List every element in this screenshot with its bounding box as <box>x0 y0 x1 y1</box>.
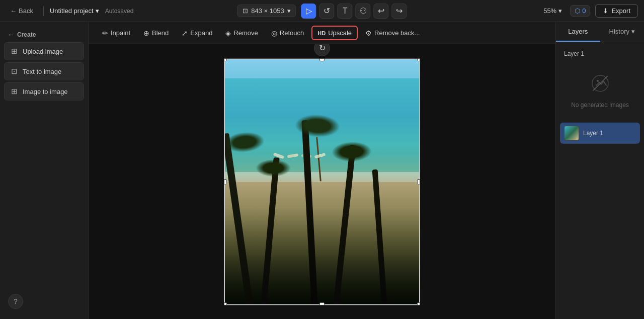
inpaint-button[interactable]: ✏ Inpaint <box>97 26 136 40</box>
handle-middle-right[interactable] <box>417 179 420 184</box>
canvas-viewport[interactable]: ↻ <box>89 44 555 319</box>
help-icon: ? <box>14 297 18 305</box>
canvas-size-selector[interactable]: ⊡ 843 × 1053 ▾ <box>237 5 296 17</box>
canvas-image <box>224 58 420 305</box>
handle-bottom-center[interactable] <box>319 302 325 305</box>
remove-icon: ◈ <box>225 29 231 37</box>
retouch-icon: ◎ <box>271 29 277 37</box>
panel-content: Layer 1 No generated images Layer 1 <box>556 42 644 319</box>
upscale-icon: HD <box>317 30 326 36</box>
canvas-refresh-button[interactable]: ↻ <box>314 44 330 56</box>
no-images-area: No generated images <box>560 63 640 119</box>
canvas-toolbar: ✏ Inpaint ⊕ Blend ⤢ Expand ◈ Remove ◎ Re… <box>89 22 555 44</box>
back-arrow-icon: ← <box>10 7 17 15</box>
export-button[interactable]: ⬇ Export <box>595 4 638 18</box>
expand-label: Expand <box>190 29 212 37</box>
credits-icon: ⬡ <box>575 7 580 15</box>
expand-icon: ⤢ <box>182 29 188 37</box>
export-icon: ⬇ <box>603 7 608 15</box>
text-icon: T <box>343 7 348 16</box>
no-images-text: No generated images <box>571 101 629 109</box>
history-tab-inner: History ▾ <box>609 28 635 35</box>
blend-label: Blend <box>152 29 169 37</box>
svg-point-1 <box>597 80 599 82</box>
palm-overlay <box>224 145 420 305</box>
canvas-size-value: 843 × 1053 <box>251 7 284 15</box>
remove-bg-label: Remove back... <box>374 29 420 37</box>
history-chevron-icon: ▾ <box>631 28 635 35</box>
layer1-item[interactable]: Layer 1 <box>560 123 640 144</box>
palm-fronds-1 <box>224 130 266 154</box>
text-tool-button[interactable]: T <box>338 4 353 19</box>
layers-tab-label: Layers <box>568 28 588 35</box>
upscale-label: Upscale <box>328 29 352 37</box>
autosaved-status: Autosaved <box>105 8 134 15</box>
zoom-selector[interactable]: 55% ▾ <box>540 5 565 17</box>
remove-button[interactable]: ◈ Remove <box>220 26 263 40</box>
layer1-label-text: Layer 1 <box>564 50 584 57</box>
image-to-image-button[interactable]: ⊞ Image to image <box>4 82 84 100</box>
remove-bg-icon: ⚙ <box>365 29 372 37</box>
text-to-image-label: Text to image <box>23 68 61 75</box>
select-tool-button[interactable]: ▷ <box>301 4 316 19</box>
retouch-label: Retouch <box>280 29 304 37</box>
handle-middle-left[interactable] <box>224 179 227 184</box>
history-tab-label: History <box>609 28 629 35</box>
refresh-tool-button[interactable]: ↺ <box>319 4 335 19</box>
link-tool-button[interactable]: ⚇ <box>356 4 371 19</box>
handle-bottom-right[interactable] <box>417 302 420 305</box>
topbar-divider <box>43 6 44 16</box>
no-images-icon <box>590 73 610 97</box>
redo-button[interactable]: ↪ <box>392 4 407 19</box>
project-name-chevron-icon: ▾ <box>96 7 99 15</box>
panel-tabs: Layers History ▾ <box>556 22 644 42</box>
help-button[interactable]: ? <box>8 294 23 309</box>
image-to-image-icon: ⊞ <box>10 87 19 96</box>
main-area: ← Create ⊞ Upload image ⊡ Text to image … <box>0 22 644 319</box>
cursor-icon: ▷ <box>306 6 312 16</box>
undo-button[interactable]: ↩ <box>374 4 389 19</box>
text-to-image-button[interactable]: ⊡ Text to image <box>4 62 84 80</box>
refresh-icon: ↻ <box>319 44 326 53</box>
expand-button[interactable]: ⤢ Expand <box>176 26 218 40</box>
create-section-label: ← Create <box>4 28 84 40</box>
blend-icon: ⊕ <box>143 29 149 37</box>
rotate-icon: ↺ <box>324 6 330 16</box>
back-label: Back <box>19 7 33 15</box>
handle-top-center[interactable] <box>319 58 325 61</box>
handle-bottom-left[interactable] <box>224 302 227 305</box>
zoom-value: 55% <box>543 7 556 15</box>
handle-top-left[interactable] <box>224 58 227 61</box>
layer1-thumbnail <box>564 126 579 141</box>
topbar-right-tools: 55% ▾ ⬡ 0 ⬇ Export <box>540 4 638 18</box>
layer1-section-label: Layer 1 <box>560 48 640 59</box>
upload-image-icon: ⊞ <box>10 47 19 56</box>
credits-count: 0 <box>582 7 586 15</box>
canvas-size-icon: ⊡ <box>243 7 248 15</box>
topbar-tool-buttons: ▷ ↺ T ⚇ ↩ ↪ <box>301 4 407 19</box>
canvas-size-chevron-icon: ▾ <box>287 7 291 15</box>
upload-image-label: Upload image <box>23 48 63 55</box>
upload-image-button[interactable]: ⊞ Upload image <box>4 42 84 60</box>
right-panel: Layers History ▾ Layer 1 <box>555 22 644 319</box>
credits-badge[interactable]: ⬡ 0 <box>570 5 590 17</box>
back-button[interactable]: ← Back <box>6 5 37 17</box>
retouch-button[interactable]: ◎ Retouch <box>266 26 309 40</box>
create-arrow-icon: ← <box>8 31 14 38</box>
canvas-area: ✏ Inpaint ⊕ Blend ⤢ Expand ◈ Remove ◎ Re… <box>89 22 555 319</box>
redo-icon: ↪ <box>396 6 403 16</box>
inpaint-icon: ✏ <box>102 29 108 37</box>
history-tab[interactable]: History ▾ <box>600 22 645 42</box>
project-name-label: Untitled project <box>50 7 94 15</box>
topbar: ← Back Untitled project ▾ Autosaved ⊡ 84… <box>0 0 644 22</box>
blend-button[interactable]: ⊕ Blend <box>138 26 174 40</box>
project-name-button[interactable]: Untitled project ▾ <box>50 7 99 15</box>
left-sidebar: ← Create ⊞ Upload image ⊡ Text to image … <box>0 22 89 319</box>
remove-bg-button[interactable]: ⚙ Remove back... <box>360 26 425 40</box>
image-to-image-label: Image to image <box>23 88 68 95</box>
upscale-button[interactable]: HD Upscale <box>311 26 358 40</box>
handle-top-right[interactable] <box>417 58 420 61</box>
palm-fronds-2 <box>256 159 291 177</box>
layers-tab[interactable]: Layers <box>556 22 600 42</box>
remove-label: Remove <box>233 29 258 37</box>
